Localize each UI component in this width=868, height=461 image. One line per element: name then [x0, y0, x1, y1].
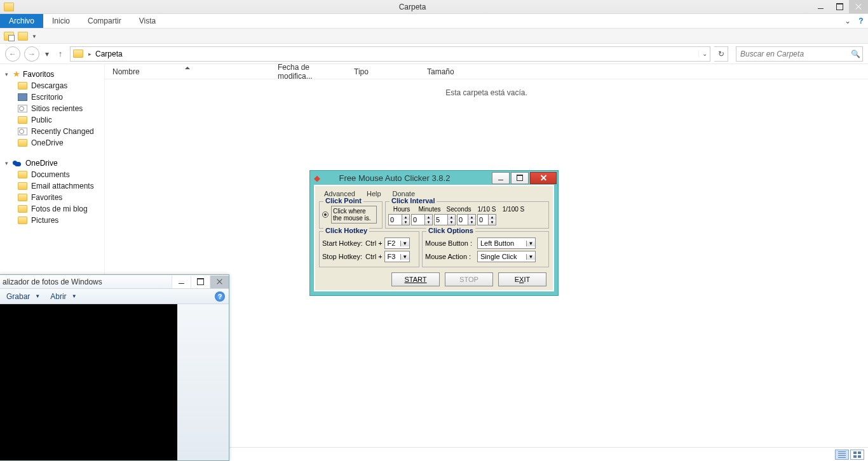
- exit-button[interactable]: EXIT: [498, 272, 546, 286]
- up-icon[interactable]: ▲: [448, 215, 455, 220]
- select-stop-key[interactable]: F3▼: [384, 251, 410, 262]
- search-box[interactable]: 🔍: [736, 46, 863, 62]
- label-mouse-action: Mouse Action :: [425, 253, 475, 260]
- up-icon[interactable]: ▲: [489, 215, 496, 220]
- address-bar[interactable]: ▸ Carpeta ⌄: [70, 46, 710, 62]
- search-input[interactable]: [736, 50, 848, 58]
- select-mouse-action[interactable]: Single Click▼: [477, 251, 536, 262]
- forward-button[interactable]: →: [24, 46, 39, 62]
- label-stop-hotkey: Stop Hotkey:: [322, 253, 363, 260]
- history-dropdown-icon[interactable]: ▾: [43, 50, 51, 58]
- down-icon[interactable]: ▼: [489, 220, 496, 225]
- help-icon[interactable]: ?: [215, 291, 225, 302]
- up-icon[interactable]: ▲: [468, 215, 475, 220]
- photo-viewer-titlebar[interactable]: alizador de fotos de Windows: [0, 275, 229, 289]
- label-tenth: 1/10 S: [475, 206, 499, 213]
- properties-icon[interactable]: [4, 32, 14, 41]
- stop-button[interactable]: STOP: [445, 272, 493, 286]
- column-type[interactable]: Tipo: [346, 67, 419, 76]
- up-icon[interactable]: ▲: [402, 215, 409, 220]
- folder-icon: [18, 82, 27, 90]
- column-name[interactable]: Nombre: [105, 67, 270, 76]
- sidebar-item-onedrive-fav[interactable]: OneDrive: [0, 137, 104, 149]
- spinner-hours[interactable]: 0▲▼: [388, 214, 410, 225]
- spinner-tenth[interactable]: 0▲▼: [457, 214, 476, 225]
- folder-icon: [4, 3, 14, 11]
- details-view-button[interactable]: [835, 450, 849, 460]
- folder-icon: [18, 217, 27, 224]
- close-button[interactable]: [530, 172, 557, 184]
- spinner-minutes[interactable]: 0▲▼: [411, 214, 433, 225]
- spinner-seconds[interactable]: 5▲▼: [434, 214, 456, 225]
- maximize-button[interactable]: [830, 0, 849, 13]
- select-mouse-button[interactable]: Left Button▼: [477, 237, 536, 249]
- icons-view-button[interactable]: [850, 450, 864, 460]
- tab-inicio[interactable]: Inicio: [43, 14, 79, 28]
- maximize-button[interactable]: [191, 276, 210, 288]
- quick-access-toolbar: ▼: [0, 29, 868, 44]
- up-icon[interactable]: ▲: [425, 215, 432, 220]
- folder-icon: [18, 194, 27, 201]
- tab-file[interactable]: Archivo: [0, 14, 43, 28]
- new-folder-icon[interactable]: [18, 32, 28, 41]
- group-click-hotkey: Click Hotkey Start Hotkey: Ctrl + F2▼ St…: [319, 231, 419, 267]
- favorites-header[interactable]: ▾ ★ Favoritos: [0, 68, 104, 80]
- sidebar-item-email-attachments[interactable]: Email attachments: [0, 180, 104, 192]
- favorites-label: Favoritos: [23, 70, 54, 79]
- onedrive-header[interactable]: ▾ OneDrive: [0, 157, 104, 169]
- minimize-button[interactable]: [492, 172, 510, 184]
- ruby-icon: ◆: [314, 173, 320, 183]
- sidebar-item-escritorio[interactable]: Escritorio: [0, 91, 104, 103]
- dropdown-icon[interactable]: ▼: [72, 293, 82, 299]
- abrir-button[interactable]: Abrir: [46, 291, 70, 302]
- dropdown-icon[interactable]: ▼: [35, 293, 45, 299]
- tab-vista[interactable]: Vista: [130, 14, 165, 28]
- search-icon[interactable]: 🔍: [848, 50, 862, 58]
- down-icon[interactable]: ▼: [448, 220, 455, 225]
- photo-viewer-toolbar: Grabar▼ Abrir▼ ?: [0, 289, 229, 304]
- clicker-titlebar[interactable]: ◆ Free Mouse Auto Clicker 3.8.2: [310, 171, 558, 185]
- start-button[interactable]: START: [391, 272, 440, 286]
- down-icon[interactable]: ▼: [468, 220, 475, 225]
- help-icon[interactable]: ?: [854, 14, 868, 28]
- window-title: Carpeta: [14, 3, 811, 11]
- sidebar-item-sitios-recientes[interactable]: Sitios recientes: [0, 103, 104, 114]
- sidebar-item-public[interactable]: Public: [0, 114, 104, 126]
- up-button[interactable]: ↑: [55, 49, 66, 58]
- photo-viewer-content: [0, 304, 229, 460]
- maximize-button[interactable]: [511, 172, 529, 184]
- address-dropdown-icon[interactable]: ⌄: [698, 50, 710, 57]
- folder-icon: [18, 116, 27, 124]
- column-date[interactable]: Fecha de modifica...: [270, 63, 346, 81]
- minimize-button[interactable]: [172, 276, 191, 288]
- label-ctrl: Ctrl +: [365, 239, 383, 247]
- menu-help[interactable]: Help: [362, 189, 386, 199]
- label-hours: Hours: [388, 206, 415, 213]
- sidebar-item-pictures[interactable]: Pictures: [0, 215, 104, 226]
- qa-dropdown-icon[interactable]: ▼: [32, 32, 37, 39]
- sidebar-item-descargas[interactable]: Descargas: [0, 80, 104, 91]
- down-icon[interactable]: ▼: [425, 220, 432, 225]
- label-minutes: Minutes: [416, 206, 443, 213]
- down-icon[interactable]: ▼: [402, 220, 409, 225]
- sidebar-item-recently-changed[interactable]: Recently Changed: [0, 126, 104, 137]
- refresh-button[interactable]: ↻: [714, 46, 728, 62]
- back-button[interactable]: ←: [5, 46, 20, 62]
- column-size[interactable]: Tamaño: [419, 67, 483, 76]
- select-start-key[interactable]: F2▼: [384, 237, 410, 249]
- sidebar-item-favorites[interactable]: Favorites: [0, 192, 104, 203]
- grabar-button[interactable]: Grabar: [3, 291, 34, 302]
- radio-click-where-mouse[interactable]: Click where the mouse is.: [322, 206, 379, 224]
- sidebar-item-fotos-blog[interactable]: Fotos de mi blog: [0, 203, 104, 215]
- collapse-icon[interactable]: ▾: [5, 71, 10, 77]
- ribbon-expand-icon[interactable]: ⌄: [841, 14, 854, 28]
- breadcrumb[interactable]: Carpeta: [94, 50, 124, 58]
- close-button[interactable]: [849, 0, 868, 13]
- chevron-right-icon[interactable]: ▸: [86, 51, 94, 57]
- tab-compartir[interactable]: Compartir: [79, 14, 130, 28]
- sidebar-item-documents[interactable]: Documents: [0, 169, 104, 180]
- minimize-button[interactable]: [811, 0, 830, 13]
- close-button[interactable]: [210, 276, 229, 288]
- collapse-icon[interactable]: ▾: [5, 160, 10, 166]
- spinner-hundredth[interactable]: 0▲▼: [477, 214, 496, 225]
